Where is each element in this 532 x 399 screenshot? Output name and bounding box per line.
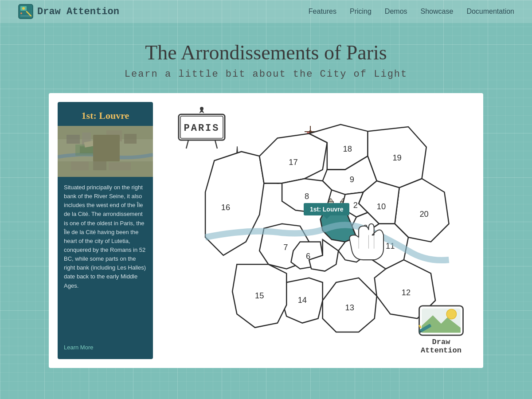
svg-rect-13 — [71, 161, 89, 170]
learn-more-link[interactable]: Learn More — [64, 344, 93, 351]
navigation: Draw Attention Features Pricing Demos Sh… — [0, 0, 532, 23]
arr-18-label: 18 — [343, 144, 352, 153]
svg-point-2 — [22, 7, 25, 10]
svg-rect-8 — [66, 135, 80, 144]
arr-12-label: 12 — [402, 288, 411, 297]
svg-rect-12 — [124, 134, 137, 144]
map-area[interactable]: PARIS — [162, 102, 474, 359]
svg-rect-14 — [93, 160, 106, 170]
da-logo-icon — [417, 305, 466, 336]
svg-rect-10 — [93, 137, 104, 145]
arr-14-label: 14 — [298, 295, 307, 305]
logo[interactable]: Draw Attention — [18, 4, 119, 20]
nav-documentation[interactable]: Documentation — [466, 8, 514, 15]
arr-17-label: 17 — [289, 157, 297, 167]
svg-rect-11 — [106, 130, 122, 141]
page-title: The Arrondissements of Paris — [9, 41, 523, 64]
svg-rect-15 — [109, 162, 131, 170]
nav-features[interactable]: Features — [309, 8, 336, 15]
arr-2-label: 2 — [353, 200, 358, 210]
arr-16[interactable] — [205, 152, 264, 255]
arr-20-label: 20 — [419, 209, 428, 219]
svg-rect-17 — [80, 146, 102, 153]
arr-7-label: 7 — [283, 243, 288, 252]
logo-icon — [18, 4, 34, 20]
svg-rect-9 — [82, 133, 91, 146]
arr-9-label: 9 — [350, 175, 354, 184]
aerial-image-svg — [58, 126, 153, 177]
arr-16-label: 16 — [221, 203, 230, 212]
arr-13-label: 13 — [345, 303, 354, 312]
panel-image-inner — [58, 126, 153, 177]
nav-pricing[interactable]: Pricing — [350, 8, 372, 15]
learn-more-container: Learn More — [58, 343, 153, 359]
arr-19-label: 19 — [392, 153, 401, 162]
svg-point-53 — [446, 309, 456, 319]
map-tooltip: 1st: Louvre — [304, 203, 349, 215]
nav-showcase[interactable]: Showcase — [421, 8, 454, 15]
arr-15-label: 15 — [255, 291, 264, 300]
page-subtitle: Learn a little bit about the City of Lig… — [9, 69, 523, 80]
info-panel: 1st: Louvre — [58, 102, 153, 359]
draw-attention-logo: Draw Attention — [412, 305, 470, 355]
da-text-line1: Draw — [412, 338, 470, 346]
arr-10-label: 10 — [377, 202, 386, 211]
panel-description: Situated principally on the right bank o… — [58, 177, 153, 343]
arr-8-label: 8 — [305, 192, 309, 201]
hero-section: The Arrondissements of Paris Learn a lit… — [0, 23, 532, 93]
da-text-line2: Attention — [412, 346, 470, 355]
nav-demos[interactable]: Demos — [385, 8, 407, 15]
panel-image — [58, 126, 153, 177]
da-logo-text: Draw Attention — [412, 338, 470, 355]
main-content-card: 1st: Louvre — [49, 93, 483, 368]
tooltip-text: 1st: Louvre — [310, 206, 343, 213]
nav-links: Features Pricing Demos Showcase Document… — [309, 8, 514, 16]
panel-title: 1st: Louvre — [58, 102, 153, 126]
logo-text: Draw Attention — [37, 6, 119, 17]
svg-point-4 — [20, 12, 22, 14]
